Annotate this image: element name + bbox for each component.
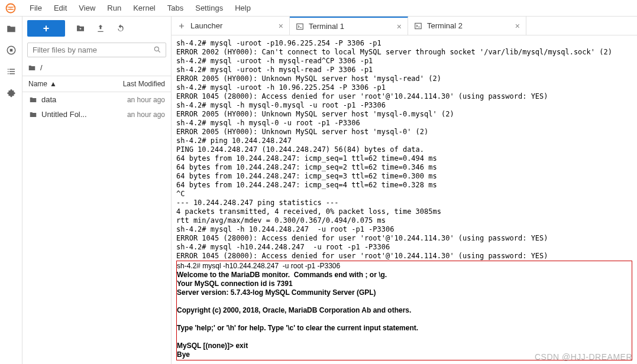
svg-rect-4 [297,24,303,29]
menu-kernel[interactable]: Kernel [127,1,161,15]
breadcrumb-root: / [40,63,43,72]
menu-tabs[interactable]: Tabs [161,1,189,15]
filter-input[interactable] [27,43,166,57]
svg-rect-5 [415,23,422,28]
upload-icon[interactable] [96,24,105,33]
menu-view[interactable]: View [73,1,101,15]
menu-file[interactable]: File [24,1,48,15]
svg-rect-2 [9,49,12,52]
folder-icon[interactable] [6,24,17,34]
file-modified: an hour ago [127,110,165,119]
folder-icon [28,110,38,119]
file-modified: an hour ago [127,96,165,104]
plus-icon [177,22,186,30]
menu-settings[interactable]: Settings [189,1,229,15]
toc-icon[interactable] [6,66,17,77]
folder-icon [28,96,38,104]
menu-run[interactable]: Run [101,1,127,15]
menubar: FileEditViewRunKernelTabsSettingsHelp [0,0,637,17]
close-icon[interactable]: × [279,21,283,31]
tab-terminal-1[interactable]: Terminal 1× [290,17,408,35]
close-icon[interactable]: × [397,22,402,31]
file-list-header: Name ▲ Last Modified [22,76,171,92]
terminal-icon [296,22,304,31]
close-icon[interactable]: × [515,21,520,31]
tab-label: Launcher [190,21,222,30]
highlighted-block: sh-4.2# mysql -h10.244.248.247 -u root -… [176,261,632,360]
file-browser: + / Name ▲ Last Modified dataan hour ago… [22,17,172,364]
menu-help[interactable]: Help [229,1,257,15]
svg-point-0 [7,4,15,12]
tab-label: Terminal 1 [309,22,344,31]
tab-label: Terminal 2 [427,21,463,30]
tab-terminal-2[interactable]: Terminal 2× [408,17,526,35]
sort-name[interactable]: Name [28,80,47,88]
new-folder-icon[interactable] [76,24,85,33]
file-name: Untitled Fol... [41,110,87,119]
menu-edit[interactable]: Edit [48,1,73,15]
terminal-output[interactable]: sh-4.2# mysql -uroot -p10.96.225.254 -P … [172,35,637,364]
file-row[interactable]: Untitled Fol...an hour ago [22,107,171,122]
terminal-icon [414,22,422,30]
running-icon[interactable] [6,45,17,56]
breadcrumb[interactable]: / [22,60,171,76]
tab-launcher[interactable]: Launcher× [172,17,290,35]
file-name: data [41,95,56,104]
sort-modified[interactable]: Last Modified [123,80,165,88]
extension-icon[interactable] [6,87,17,98]
new-launcher-button[interactable]: + [27,20,65,37]
search-icon [153,46,161,54]
jupyter-logo [5,2,17,14]
sort-asc-icon: ▲ [50,80,57,88]
activity-bar [0,17,22,364]
svg-point-3 [154,47,159,51]
file-row[interactable]: dataan hour ago [22,92,171,107]
refresh-icon[interactable] [116,24,125,33]
folder-icon [27,64,37,72]
